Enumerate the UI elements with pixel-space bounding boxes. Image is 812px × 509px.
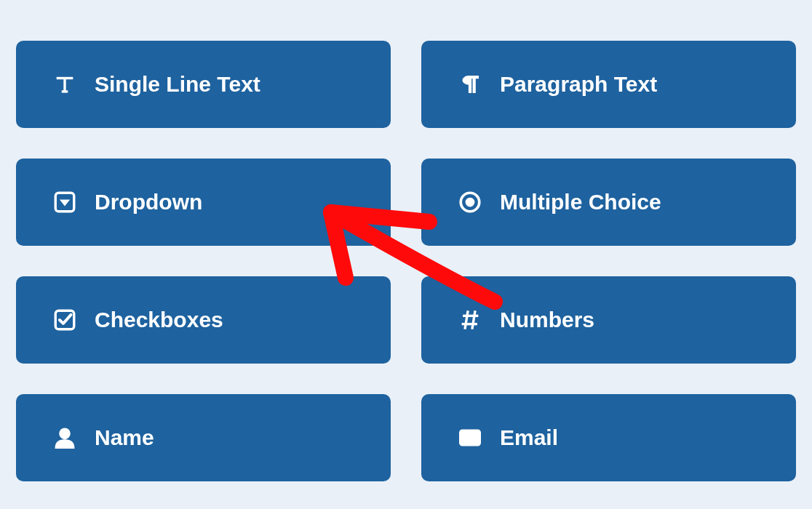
field-paragraph-text[interactable]: Paragraph Text [421, 41, 796, 128]
user-icon [52, 425, 77, 450]
field-dropdown[interactable]: Dropdown [16, 159, 391, 246]
field-label: Checkboxes [95, 308, 223, 332]
svg-point-4 [60, 428, 70, 438]
field-label: Email [500, 425, 558, 450]
field-multiple-choice[interactable]: Multiple Choice [421, 159, 796, 246]
field-label: Single Line Text [95, 72, 260, 97]
hash-icon [458, 308, 482, 332]
field-checkboxes[interactable]: Checkboxes [16, 276, 391, 364]
checkbox-icon [52, 308, 77, 332]
field-email[interactable]: Email [421, 394, 796, 481]
svg-point-2 [466, 198, 474, 206]
text-cursor-icon [52, 72, 77, 97]
paragraph-icon [458, 72, 482, 97]
radio-icon [458, 190, 482, 215]
field-numbers[interactable]: Numbers [421, 276, 796, 364]
field-label: Dropdown [95, 190, 202, 215]
field-label: Multiple Choice [500, 190, 661, 215]
field-single-line-text[interactable]: Single Line Text [16, 41, 391, 128]
dropdown-icon [52, 190, 77, 215]
field-types-grid: Single Line Text Paragraph Text Dropdown… [0, 0, 812, 481]
field-label: Numbers [500, 308, 594, 332]
envelope-icon [458, 425, 482, 450]
field-label: Name [95, 425, 154, 450]
field-name[interactable]: Name [16, 394, 391, 481]
field-label: Paragraph Text [500, 72, 657, 97]
